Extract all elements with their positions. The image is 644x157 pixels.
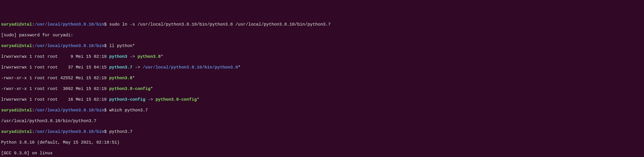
prompt-dollar: $ [104,129,106,134]
symlink-name: python3 [109,54,127,59]
file-perms: -rwxr-xr-x 1 root root 42552 Mei 15 02:1… [1,76,109,80]
arrow: -> [127,54,138,59]
terminal-line: suryadi@xtal:/usr/local/python3.8.10/bin… [1,129,643,134]
star-indicator: * [132,76,135,80]
colon: : [32,108,34,113]
symlink-name: python3-config [109,97,145,102]
terminal-line: suryadi@xtal:/usr/local/python3.8.10/bin… [1,43,643,49]
file-perms: lrwxrwxrwx 1 root root 37 Mei 15 04:15 [1,65,109,70]
executable-name: python3.8-config [109,86,150,91]
python-version: Python 3.8.10 (default, May 15 2021, 02:… [1,140,120,145]
arrow: -> [132,65,143,70]
colon: : [32,129,34,134]
user-host: suryadi@xtal [1,129,32,134]
command-text[interactable]: ll python* [107,44,135,48]
link-target: /usr/local/python3.8.10/bin/python3.8 [143,65,238,70]
star-indicator: * [238,65,240,70]
star-indicator: * [161,54,163,59]
symlink-name: python3.7 [109,65,132,70]
python-banner: [GCC 9.3.0] on linux [1,150,643,156]
terminal-line: suryadi@xtal:/usr/local/python3.8.10/bin… [1,108,643,113]
prompt-dollar: $ [104,108,106,113]
user-host: suryadi@xtal [1,108,32,113]
file-perms: lrwxrwxrwx 1 root root 9 Mei 15 02:19 [1,54,109,59]
command-text[interactable]: python3.7 [107,129,132,134]
user-host: suryadi@xtal [1,22,32,27]
ls-output-line: -rwxr-xr-x 1 root root 42552 Mei 15 02:1… [1,76,643,81]
link-target: python3.8 [138,54,161,59]
star-indicator: * [150,86,153,91]
cwd-path: /usr/local/python3.8.10/bin [34,44,104,48]
terminal-line: [sudo] password for suryadi: [1,32,643,38]
prompt-dollar: $ [104,22,106,27]
python-gcc: [GCC 9.3.0] on linux [1,151,52,156]
cwd-path: /usr/local/python3.8.10/bin [34,129,104,134]
prompt-dollar: $ [104,44,106,48]
cwd-path: /usr/local/python3.8.10/bin [34,108,104,113]
file-perms: -rwxr-xr-x 1 root root 3092 Mei 15 02:19 [1,86,109,91]
ls-output-line: -rwxr-xr-x 1 root root 3092 Mei 15 02:19… [1,86,643,92]
link-target: python3.8-config [156,97,197,102]
command-text[interactable]: which python3.7 [107,108,148,113]
sudo-prompt: [sudo] password for suryadi: [1,33,73,38]
python-banner: Python 3.8.10 (default, May 15 2021, 02:… [1,140,643,145]
command-text[interactable]: sudo ln -s /usr/local/python3.8.10/bin/p… [107,22,331,27]
which-output: /usr/local/python3.8.10/bin/python3.7 [1,118,96,124]
star-indicator: * [197,97,199,102]
executable-name: python3.8 [109,76,132,80]
arrow: -> [145,97,156,102]
file-perms: lrwxrwxrwx 1 root root 16 Mei 15 02:19 [1,97,109,102]
user-host: suryadi@xtal [1,44,32,48]
terminal-line: /usr/local/python3.8.10/bin/python3.7 [1,118,643,124]
ls-output-line: lrwxrwxrwx 1 root root 9 Mei 15 02:19 py… [1,54,643,59]
colon: : [32,22,34,27]
terminal-line: suryadi@xtal:/usr/local/python3.8.10/bin… [1,22,643,27]
colon: : [32,44,34,48]
ls-output-line: lrwxrwxrwx 1 root root 37 Mei 15 04:15 p… [1,65,643,70]
cwd-path: /usr/local/python3.8.10/bin [34,22,104,27]
ls-output-line: lrwxrwxrwx 1 root root 16 Mei 15 02:19 p… [1,97,643,102]
